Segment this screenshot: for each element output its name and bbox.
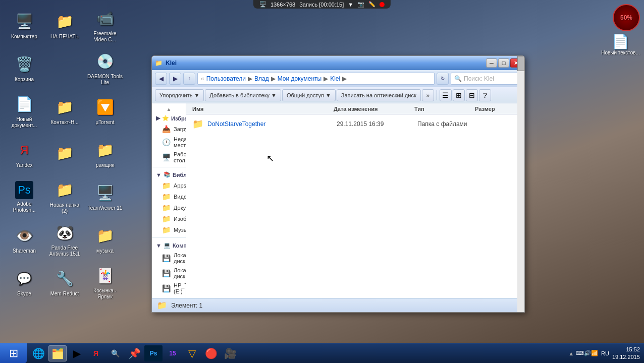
desktop-icon-something[interactable]: 📁 bbox=[44, 133, 85, 175]
dropdown-arrow[interactable]: ▼ bbox=[348, 2, 353, 8]
libraries-section-header[interactable]: ▼ 📚 Библиотеки bbox=[152, 169, 186, 180]
taskbar: ⊞ 🌐 🗂️ ▶ Я 🔍 📌 Ps 15 ▽ 🔴 🎥 ▲ ⌨🔊📶 RU 15:5… bbox=[0, 343, 644, 363]
teamviewer-icon: 🖥️ bbox=[95, 183, 115, 203]
favorites-collapse-icon: ▶ bbox=[156, 115, 160, 122]
address-bar[interactable]: « Пользователи ▶ Влад ▶ Мои документы ▶ … bbox=[197, 73, 435, 85]
desktop-icon-daemon[interactable]: 💿 DAEMON Tools Lite bbox=[85, 47, 125, 90]
recent-icon: 🕐 bbox=[162, 138, 171, 146]
breadcrumb-users[interactable]: Пользователи bbox=[205, 75, 247, 82]
search-box[interactable]: 🔍 Поиск: Klei bbox=[451, 73, 521, 85]
yandex-icon: Я bbox=[14, 140, 34, 160]
taskbar-media[interactable]: ▶ bbox=[68, 345, 86, 361]
kontakt-icon: 📁 bbox=[55, 97, 75, 117]
nav-item-recent[interactable]: 🕐 Недавние места bbox=[152, 135, 186, 150]
taskbar-photoshop[interactable]: Ps bbox=[144, 345, 163, 361]
speedometer-widget[interactable]: 50% bbox=[613, 4, 640, 31]
pencil-icon[interactable]: ✏️ bbox=[368, 1, 375, 8]
nav-item-docs[interactable]: 📁 Документы bbox=[152, 202, 186, 213]
nav-item-images[interactable]: 📁 Изображения bbox=[152, 213, 186, 224]
muzyka-icon: 📁 bbox=[95, 226, 115, 246]
desktop-icon-kosynka[interactable]: 🃏 Косынка - Ярлык bbox=[85, 261, 125, 304]
nav-item-local-c[interactable]: 💾 Локальный диск... bbox=[152, 251, 186, 266]
minimize-button[interactable]: ─ bbox=[486, 58, 497, 68]
refresh-button[interactable]: ↻ bbox=[437, 73, 449, 85]
desktop-icon-memreduct[interactable]: 🔧 Mem Reduct bbox=[44, 261, 85, 304]
maximize-button[interactable]: □ bbox=[498, 58, 509, 68]
taskbar-yandex[interactable]: Я bbox=[87, 345, 105, 361]
title-bar: 📁 Klei ─ □ ✕ bbox=[152, 56, 524, 70]
desktop-icon-computer[interactable]: 🖥️ Компьютер bbox=[4, 4, 44, 47]
newfile-icon[interactable]: 📄 Новый текстов... bbox=[601, 33, 640, 55]
taskbar-15[interactable]: 15 bbox=[164, 345, 182, 361]
back-button[interactable]: ◀ bbox=[155, 73, 167, 85]
organize-button[interactable]: Упорядочить ▼ bbox=[155, 89, 204, 101]
up-button[interactable]: ↑ bbox=[183, 73, 195, 85]
tray-arrow[interactable]: ▲ bbox=[568, 350, 574, 356]
camera-icon[interactable]: 📷 bbox=[357, 1, 364, 8]
nav-item-local-d[interactable]: 💾 Локальный диск... bbox=[152, 266, 186, 281]
nav-item-downloads[interactable]: 📥 Загрузки bbox=[152, 124, 186, 135]
scroll-up-arrow[interactable]: ▲ bbox=[152, 105, 186, 113]
status-bar: 📁 Элемент: 1 bbox=[152, 298, 524, 312]
table-row[interactable]: 📁 DoNotStarveTogether 29.11.2015 16:39 П… bbox=[190, 116, 520, 132]
more-button[interactable]: » bbox=[422, 89, 434, 101]
nav-item-apps[interactable]: 📁 Apps bbox=[152, 180, 186, 191]
computer-section-header[interactable]: ▼ 💻 Компьютер bbox=[152, 240, 186, 251]
add-library-button[interactable]: Добавить в библиотеку ▼ bbox=[205, 89, 281, 101]
share-label: Общий доступ bbox=[287, 92, 324, 98]
breadcrumb-mydocs[interactable]: Мои документы bbox=[277, 75, 323, 82]
col-header-date[interactable]: Дата изменения bbox=[332, 106, 412, 112]
view-toggle-button[interactable]: ⊞ bbox=[453, 89, 465, 101]
col-header-size[interactable]: Размер bbox=[473, 106, 513, 112]
desktop-icon-freemake[interactable]: 📹 Freemake Video C... bbox=[85, 4, 125, 47]
taskbar-pin[interactable]: 📌 bbox=[125, 345, 143, 361]
teamviewer-label: TeamViewer 11 bbox=[88, 205, 123, 211]
desktop-icon-ramshik[interactable]: 📁 рамщик bbox=[85, 133, 125, 175]
taskbar-bandicam[interactable]: 🎥 bbox=[221, 345, 239, 361]
nav-item-desktop[interactable]: 🖥️ Рабочий стол bbox=[152, 150, 186, 165]
view-large-button[interactable]: ⊟ bbox=[466, 89, 478, 101]
desktop-icon-utorrent[interactable]: 🔽 µTorrent bbox=[85, 90, 125, 133]
burn-button[interactable]: Записать на оптический диск bbox=[337, 89, 421, 101]
lang-indicator[interactable]: RU bbox=[601, 350, 609, 356]
desktop-icon-muzyka[interactable]: 📁 музыка bbox=[85, 218, 125, 261]
newfile-label: Новый текстов... bbox=[601, 50, 640, 55]
trash-icon: 🗑️ bbox=[14, 54, 34, 75]
breadcrumb-vlad[interactable]: Влад bbox=[253, 75, 270, 82]
desktop-icon-trash[interactable]: 🗑️ Корзина bbox=[4, 47, 44, 90]
column-headers: Имя Дата изменения Тип Размер bbox=[186, 103, 524, 114]
desktop-icon-skype[interactable]: 💬 Skype bbox=[4, 261, 44, 304]
daemon-label: DAEMON Tools Lite bbox=[87, 74, 123, 86]
desktop-icon-print[interactable]: 📁 НА ПЕЧАТЬ bbox=[44, 4, 85, 47]
taskbar-freemake[interactable]: ▽ bbox=[183, 345, 201, 361]
clock[interactable]: 15:52 19.12.2015 bbox=[612, 346, 640, 360]
taskbar-explorer[interactable]: 🗂️ bbox=[48, 345, 67, 361]
share-button[interactable]: Общий доступ ▼ bbox=[282, 89, 336, 101]
nav-item-hp-tools[interactable]: 💾 HP_TOOLS (E:) bbox=[152, 281, 186, 296]
desktop-icon-photoshop[interactable]: Ps Adobe Photosh... bbox=[4, 175, 44, 218]
shareman-icon: 👁️ bbox=[14, 226, 34, 246]
nav-item-music[interactable]: 📁 Музыка bbox=[152, 224, 186, 235]
help-button[interactable]: ? bbox=[479, 89, 491, 101]
col-header-name[interactable]: Имя bbox=[190, 106, 332, 112]
taskbar-ie[interactable]: 🌐 bbox=[29, 345, 47, 361]
col-header-type[interactable]: Тип bbox=[412, 106, 473, 112]
desktop-icon-teamviewer[interactable]: 🖥️ TeamViewer 11 bbox=[85, 175, 125, 218]
taskbar-red[interactable]: 🔴 bbox=[202, 345, 220, 361]
breadcrumb-klei[interactable]: Klei bbox=[329, 75, 341, 82]
desktop-icon-kontakt[interactable]: 📁 Контакт-Н... bbox=[44, 90, 85, 133]
desktop-icon-shareman[interactable]: 👁️ Shareman bbox=[4, 218, 44, 261]
desktop-icon-newdoc[interactable]: 📄 Новый документ... bbox=[4, 90, 44, 133]
start-button[interactable]: ⊞ bbox=[0, 343, 27, 364]
forward-button[interactable]: ▶ bbox=[169, 73, 181, 85]
photoshop-icon: Ps bbox=[15, 181, 33, 199]
view-details-button[interactable]: ☰ bbox=[440, 89, 452, 101]
desktop-icon-novapapka[interactable]: 📁 Новая папка (2) bbox=[44, 175, 85, 218]
favorites-section-header[interactable]: ▶ ⭐ Избранное bbox=[152, 113, 186, 124]
local-d-label: Локальный диск... bbox=[174, 267, 186, 279]
title-bar-left: 📁 Klei bbox=[155, 59, 177, 67]
desktop-icon-yandex[interactable]: Я Yandex bbox=[4, 133, 44, 175]
desktop-icon-panda[interactable]: 🐼 Panda Free Antivirus 15.1 bbox=[44, 218, 85, 261]
nav-item-video[interactable]: 📁 Видео bbox=[152, 191, 186, 202]
taskbar-ya2[interactable]: 🔍 bbox=[106, 345, 124, 361]
